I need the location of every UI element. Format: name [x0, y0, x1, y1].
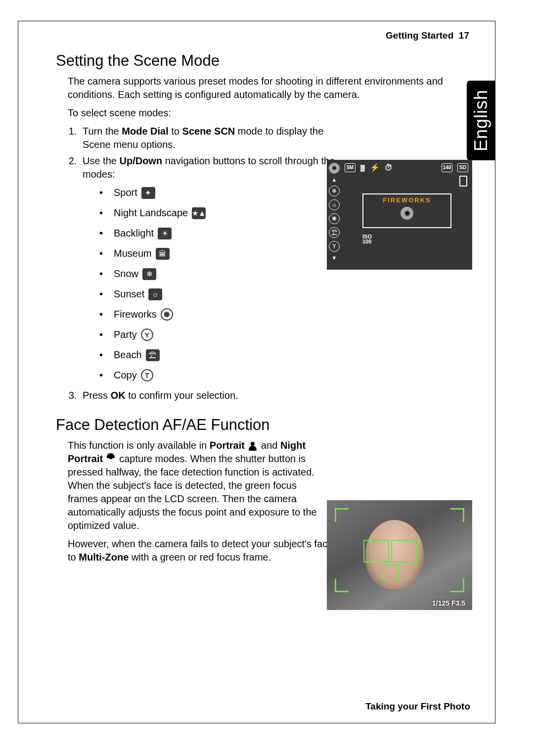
sport-icon: ✦ — [141, 187, 155, 199]
lcd1-scene-icon: ⛱ — [329, 227, 340, 238]
step-1: Turn the Mode Dial to Scene SCN mode to … — [80, 125, 340, 151]
step-3: Press OK to confirm your selection. — [80, 389, 470, 402]
section1-title: Setting the Scene Mode — [56, 52, 470, 70]
lcd1-scene-icon: ✺ — [329, 213, 340, 224]
mode-fireworks: Fireworks ✺ — [96, 308, 340, 321]
copy-icon: T — [141, 369, 153, 381]
lcd-face-detection: 1/125 F3.5 — [327, 500, 472, 610]
focus-corner-icon — [450, 508, 464, 522]
portrait-icon — [248, 442, 259, 451]
focus-frame — [391, 540, 417, 563]
lcd1-topbar: 5M ▓ ⚡ ⏱ 140 SD — [327, 160, 472, 172]
lcd1-scene-fireworks-icon: ✺ — [329, 163, 340, 174]
exposure-readout: 1/125 F3.5 — [432, 599, 465, 607]
modes-list: Sport ✦ Night Landscape ★▲ Backlight ☀ M… — [96, 186, 340, 382]
fireworks-icon: ✺ — [161, 308, 173, 321]
focus-frame — [363, 540, 389, 563]
beach-icon: ⛱ — [146, 349, 160, 361]
battery-icon — [459, 176, 467, 187]
lcd1-scene-icon: Y — [329, 241, 340, 252]
backlight-icon: ☀ — [158, 228, 172, 239]
focus-corner-icon — [450, 578, 464, 592]
face-detect-p1: This function is only available in Portr… — [68, 439, 325, 532]
focus-corner-icon — [335, 578, 349, 592]
lcd1-scene-icon: ☼ — [329, 199, 340, 210]
mode-party: Party Y — [96, 328, 340, 341]
mode-backlight: Backlight ☀ — [96, 227, 340, 240]
lcd1-scene-icon: ❄ — [329, 186, 340, 196]
lcd1-sidebar: ✺ ▲ ❄ ☼ ✺ ⛱ Y ▼ — [329, 163, 340, 261]
down-arrow-icon: ▼ — [332, 255, 337, 261]
sunset-icon: ☼ — [148, 288, 162, 300]
mode-snow: Snow ❄ — [96, 267, 340, 281]
scn-icon: SCN — [214, 126, 235, 137]
lcd1-iso: ISO100 — [362, 234, 372, 244]
page-frame: English Getting Started 17 Setting the S… — [18, 21, 495, 723]
step-2: Use the Up/Down navigation buttons to sc… — [80, 154, 340, 382]
mode-night-landscape: Night Landscape ★▲ — [96, 206, 340, 220]
header-section: Getting Started — [386, 30, 453, 41]
lcd1-shots-remaining: 140 — [442, 163, 452, 172]
night-landscape-icon: ★▲ — [192, 207, 206, 219]
lcd1-timer-icon: ⏱ — [385, 163, 393, 172]
lcd1-flash-icon: ⚡ — [370, 163, 380, 172]
footer-text: Taking your First Photo — [365, 701, 470, 712]
mode-copy: Copy T — [96, 369, 340, 382]
intro-text: The camera supports various preset modes… — [68, 75, 470, 101]
lcd1-quality-icon: ▓ — [360, 164, 365, 171]
section2-title: Face Detection AF/AE Function — [56, 416, 470, 434]
mode-museum: Museum 🏛 — [96, 247, 340, 260]
lcd1-label-box: FIREWORKS ✺ — [362, 193, 451, 228]
lcd1-mode-icon: ✺ — [400, 207, 413, 220]
focus-frame — [381, 565, 399, 580]
mode-sunset: Sunset ☼ — [96, 287, 340, 301]
lcd1-5m-icon: 5M — [345, 163, 356, 172]
mode-beach: Beach ⛱ — [96, 348, 340, 362]
up-arrow-icon: ▲ — [332, 177, 337, 183]
lcd1-mode-label: FIREWORKS — [363, 196, 450, 204]
lcd1-sd-icon: SD — [457, 163, 468, 172]
sub-text: To select scene modes: — [68, 106, 470, 120]
focus-corner-icon — [335, 508, 349, 522]
header-page: 17 — [459, 30, 469, 41]
mode-sport: Sport ✦ — [96, 186, 340, 199]
lcd-scene-menu: ✺ ▲ ❄ ☼ ✺ ⛱ Y ▼ 5M ▓ ⚡ ⏱ 140 SD FIREWORK… — [327, 160, 472, 270]
party-icon: Y — [141, 329, 153, 341]
snow-icon: ❄ — [142, 268, 156, 280]
night-portrait-icon — [106, 455, 117, 464]
header: Getting Started 17 — [56, 30, 470, 41]
museum-icon: 🏛 — [156, 248, 170, 260]
